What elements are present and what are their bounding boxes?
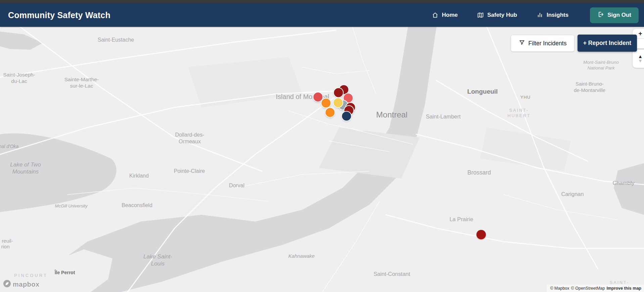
- mapbox-attribution-link[interactable]: © Mapbox: [550, 286, 569, 291]
- nav-item-label: Safety Hub: [487, 12, 517, 18]
- osm-attribution-link[interactable]: © OpenStreetMap: [571, 286, 605, 291]
- nav-item-safety-hub[interactable]: Safety Hub: [477, 12, 517, 18]
- nav-item-home[interactable]: Home: [432, 12, 458, 18]
- zoom-in-button[interactable]: +: [638, 29, 642, 38]
- filter-funnel-icon: [519, 39, 525, 47]
- home-icon: [432, 12, 439, 18]
- app-title: Community Safety Watch: [8, 10, 110, 20]
- app-header: Community Safety Watch Home Safety Hub I…: [0, 3, 644, 27]
- nav-item-label: Home: [442, 12, 458, 18]
- map-icon: [477, 12, 484, 18]
- incident-marker[interactable]: [334, 98, 343, 107]
- report-incident-button[interactable]: + Report Incident: [578, 35, 637, 52]
- incident-marker[interactable]: [342, 112, 351, 121]
- bar-chart-icon: [537, 12, 543, 18]
- incident-marker[interactable]: [334, 88, 343, 97]
- sign-out-button[interactable]: Sign Out: [590, 7, 639, 23]
- incident-marker[interactable]: [322, 99, 331, 108]
- mapbox-wordmark: mapbox: [13, 281, 40, 288]
- nav-item-label: Insights: [547, 12, 568, 18]
- main-nav: Home Safety Hub Insights Sign Out: [432, 7, 639, 23]
- incident-marker[interactable]: [326, 108, 335, 117]
- map-artwork: [0, 27, 644, 292]
- community-safety-watch-app: Community Safety Watch Home Safety Hub I…: [0, 0, 644, 292]
- report-incident-label: + Report Incident: [583, 40, 631, 47]
- filter-incidents-label: Filter Incidents: [528, 40, 567, 47]
- filter-incidents-button[interactable]: Filter Incidents: [511, 35, 574, 51]
- pitch-down-icon[interactable]: ▼: [638, 59, 643, 63]
- incident-marker[interactable]: [314, 93, 323, 102]
- map-canvas[interactable]: Saint-EustacheSaint-Joseph- du-LacSainte…: [0, 27, 644, 292]
- sign-out-label: Sign Out: [607, 12, 631, 18]
- mapbox-logo[interactable]: mapbox: [3, 279, 40, 289]
- mapbox-logo-icon: [3, 279, 11, 289]
- map-attribution: © Mapbox © OpenStreetMap Improve this ma…: [547, 285, 644, 292]
- window-chrome-strip: [0, 0, 644, 3]
- nav-item-insights[interactable]: Insights: [537, 12, 568, 18]
- map-pitch-control[interactable]: ▲ ▼: [633, 50, 644, 68]
- improve-map-link[interactable]: Improve this map: [607, 286, 642, 291]
- sign-out-icon: [597, 11, 604, 19]
- incident-marker[interactable]: [476, 230, 486, 239]
